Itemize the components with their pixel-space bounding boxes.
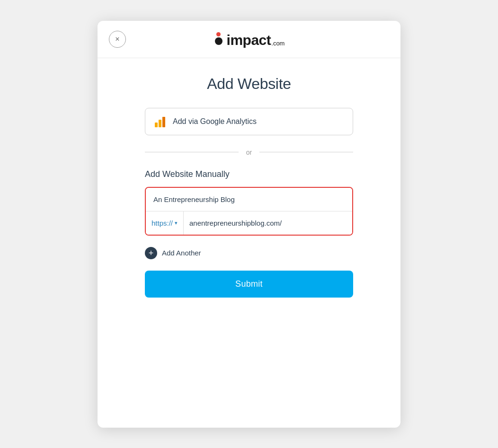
divider-line-right	[259, 152, 353, 152]
divider-line-left	[145, 152, 239, 152]
divider: or	[145, 149, 353, 156]
submit-button[interactable]: Submit	[145, 271, 353, 298]
protocol-label: https://	[151, 219, 173, 227]
divider-text: or	[246, 149, 252, 156]
close-icon: ×	[115, 35, 119, 43]
add-another-icon: +	[145, 247, 157, 259]
logo-icon	[213, 32, 224, 48]
logo-dot-black	[215, 37, 222, 45]
page-title: Add Website	[145, 75, 353, 93]
google-analytics-icon	[155, 116, 165, 127]
ga-bar-medium	[159, 120, 161, 127]
modal-body: Add Website Add via Google Analytics or …	[98, 58, 400, 320]
add-website-modal: × impact .com Add Website Add via Google…	[98, 21, 400, 428]
url-input[interactable]	[184, 211, 352, 235]
modal-header: × impact .com	[98, 21, 400, 58]
logo-com: .com	[271, 40, 285, 47]
manual-section-title: Add Website Manually	[145, 169, 353, 179]
logo-dot-red	[216, 32, 221, 36]
website-form-group: https:// ▾	[145, 187, 353, 236]
protocol-select[interactable]: https:// ▾	[146, 211, 184, 235]
chevron-down-icon: ▾	[175, 220, 178, 226]
google-analytics-label: Add via Google Analytics	[173, 117, 257, 126]
logo-text: impact	[227, 33, 271, 47]
add-another-label: Add Another	[162, 249, 201, 257]
logo: impact .com	[213, 32, 285, 48]
google-analytics-button[interactable]: Add via Google Analytics	[145, 108, 353, 135]
website-name-input[interactable]	[146, 188, 352, 211]
ga-bar-large	[162, 117, 165, 127]
close-button[interactable]: ×	[109, 31, 126, 48]
ga-bar-small	[155, 123, 158, 127]
url-row: https:// ▾	[146, 211, 352, 235]
add-another-row[interactable]: + Add Another	[145, 247, 353, 259]
